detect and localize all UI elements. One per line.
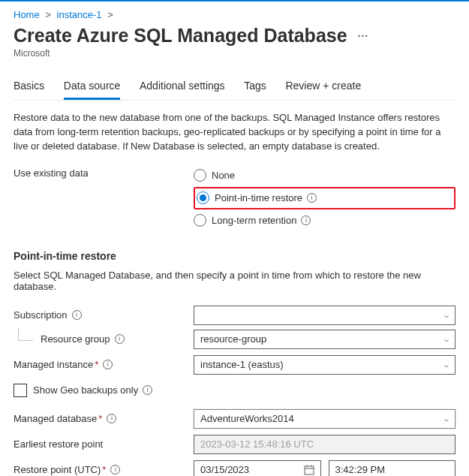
restore-point-label: Restore point (UTC) xyxy=(14,464,101,475)
use-existing-data-radio-group: None Point-in-time restore i Long-term r… xyxy=(194,167,455,229)
info-icon[interactable]: i xyxy=(110,465,120,474)
chevron-down-icon: ⌵ xyxy=(444,360,449,369)
radio-pitr-label: Point-in-time restore xyxy=(215,192,302,203)
radio-none-label: None xyxy=(212,170,235,181)
required-indicator: * xyxy=(102,464,106,475)
tabs: Basics Data source Additional settings T… xyxy=(14,75,455,101)
managed-database-value: AdventureWorks2014 xyxy=(200,413,294,424)
chevron-down-icon: ⌵ xyxy=(444,414,449,423)
radio-point-in-time-restore[interactable]: Point-in-time restore i xyxy=(197,190,317,206)
restore-time-value: 3:42:29 PM xyxy=(335,464,386,475)
managed-instance-select[interactable]: instance-1 (eastus) ⌵ xyxy=(194,355,455,375)
page-title: Create Azure SQL Managed Database ··· xyxy=(14,25,455,47)
radio-icon xyxy=(194,214,206,227)
resource-group-value: resource-group xyxy=(200,333,266,345)
pitr-description: Select SQL Managed Database, and then sp… xyxy=(14,270,455,292)
radio-long-term-retention[interactable]: Long-term retention i xyxy=(194,212,455,229)
breadcrumb-instance[interactable]: instance-1 xyxy=(57,9,102,20)
required-indicator: * xyxy=(95,359,98,370)
earliest-restore-field: 2023-03-12 15:48:16 UTC xyxy=(194,435,455,454)
managed-instance-label: Managed instance xyxy=(14,359,93,370)
tab-review-create[interactable]: Review + create xyxy=(285,75,361,98)
restore-time-input[interactable]: 3:42:29 PM xyxy=(329,460,456,476)
subscription-label: Subscription xyxy=(14,309,68,321)
managed-database-label: Managed database xyxy=(14,413,97,424)
resource-group-label: Resource group xyxy=(41,333,110,345)
restore-date-input[interactable]: 03/15/2023 xyxy=(194,460,321,476)
geo-backups-checkbox[interactable] xyxy=(14,384,27,397)
subscription-select[interactable]: ⌵ xyxy=(194,306,455,325)
restore-date-value: 03/15/2023 xyxy=(200,464,249,475)
info-icon[interactable]: i xyxy=(143,385,152,395)
use-existing-data-label: Use existing data xyxy=(14,167,194,179)
info-icon[interactable]: i xyxy=(115,334,125,344)
info-icon[interactable]: i xyxy=(72,310,82,320)
info-icon[interactable]: i xyxy=(107,414,116,423)
tab-data-source[interactable]: Data source xyxy=(64,75,120,100)
pitr-heading: Point-in-time restore xyxy=(14,250,455,262)
earliest-restore-value: 2023-03-12 15:48:16 UTC xyxy=(200,438,314,450)
radio-ltr-label: Long-term retention xyxy=(212,215,296,226)
chevron-right-icon: > xyxy=(45,9,51,20)
radio-icon xyxy=(194,169,206,182)
resource-group-select[interactable]: resource-group ⌵ xyxy=(194,330,455,349)
more-icon[interactable]: ··· xyxy=(358,30,369,42)
radio-icon xyxy=(197,191,209,204)
managed-instance-value: instance-1 (eastus) xyxy=(200,359,284,370)
info-icon[interactable]: i xyxy=(301,215,311,225)
chevron-down-icon: ⌵ xyxy=(444,311,449,319)
page-subtitle: Microsoft xyxy=(14,48,455,59)
info-icon[interactable]: i xyxy=(307,193,317,203)
info-icon[interactable]: i xyxy=(103,360,113,369)
earliest-restore-label: Earliest restore point xyxy=(14,438,103,450)
chevron-right-icon: > xyxy=(107,9,113,20)
breadcrumb-home[interactable]: Home xyxy=(14,9,40,20)
svg-rect-0 xyxy=(305,466,314,474)
chevron-down-icon: ⌵ xyxy=(444,335,449,343)
radio-none[interactable]: None xyxy=(194,167,455,184)
required-indicator: * xyxy=(98,413,102,424)
tab-tags[interactable]: Tags xyxy=(244,75,266,98)
tab-basics[interactable]: Basics xyxy=(14,75,44,98)
tab-additional-settings[interactable]: Additional settings xyxy=(140,75,225,98)
managed-database-select[interactable]: AdventureWorks2014 ⌵ xyxy=(194,409,455,429)
geo-backups-label: Show Geo backups only xyxy=(33,384,138,396)
breadcrumb: Home > instance-1 > xyxy=(14,9,455,20)
description-text: Restore data to the new database from on… xyxy=(14,111,455,154)
calendar-icon xyxy=(304,465,314,475)
indent-line xyxy=(18,327,33,341)
